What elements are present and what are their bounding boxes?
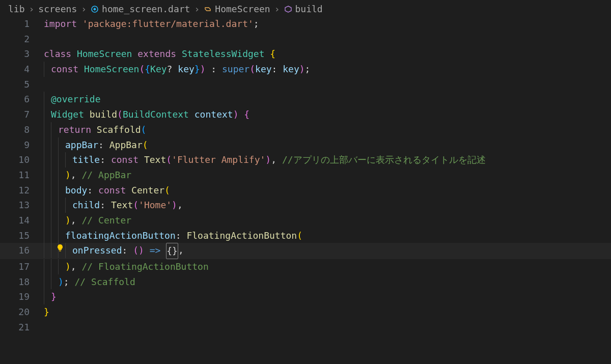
- breadcrumb-item-lib[interactable]: lib: [8, 2, 25, 17]
- code-content: return Scaffold(: [44, 122, 146, 137]
- code-content: child: Text('Home'),: [44, 198, 183, 213]
- line-number: 16: [0, 243, 44, 258]
- code-content: }: [44, 289, 57, 304]
- line-number: 8: [0, 122, 44, 137]
- code-line[interactable]: 15floatingActionButton: FloatingActionBu…: [0, 228, 611, 243]
- line-number: 14: [0, 213, 44, 228]
- breadcrumb: lib › screens › home_screen.dart › HomeS…: [0, 0, 611, 16]
- dart-file-icon: [91, 5, 99, 13]
- code-line[interactable]: 9appBar: AppBar(: [0, 137, 611, 153]
- code-line[interactable]: 10title: const Text('Flutter Amplify'), …: [0, 152, 611, 167]
- line-number: 11: [0, 167, 44, 183]
- code-line[interactable]: 12body: const Center(: [0, 183, 611, 198]
- line-number: 3: [0, 46, 44, 62]
- code-content: title: const Text('Flutter Amplify'), //…: [44, 152, 486, 167]
- code-content: ), // Center: [44, 213, 131, 228]
- line-number: 10: [0, 152, 44, 167]
- code-content: ), // FloatingActionButton: [44, 259, 209, 274]
- code-line[interactable]: 1import 'package:flutter/material.dart';: [0, 16, 611, 32]
- code-content: floatingActionButton: FloatingActionButt…: [44, 228, 302, 243]
- line-number: 15: [0, 228, 44, 243]
- line-number: 2: [0, 32, 44, 47]
- breadcrumb-label: lib: [8, 2, 25, 17]
- lightbulb-icon[interactable]: [56, 244, 64, 252]
- code-line[interactable]: 6@override: [0, 92, 611, 107]
- breadcrumb-item-method[interactable]: build: [284, 2, 323, 17]
- code-content: Widget build(BuildContext context) {: [44, 107, 249, 122]
- line-number: 19: [0, 289, 44, 304]
- code-line[interactable]: 20}: [0, 304, 611, 320]
- code-line[interactable]: 8return Scaffold(: [0, 122, 611, 137]
- code-line[interactable]: 3class HomeScreen extends StatelessWidge…: [0, 46, 611, 62]
- code-content: class HomeScreen extends StatelessWidget…: [44, 46, 275, 62]
- breadcrumb-label: screens: [38, 2, 77, 17]
- line-number: 20: [0, 304, 44, 320]
- code-line[interactable]: 17), // FloatingActionButton: [0, 259, 611, 274]
- line-number: 18: [0, 274, 44, 290]
- code-content: }: [44, 304, 49, 320]
- breadcrumb-label: HomeScreen: [215, 2, 270, 17]
- svg-rect-1: [59, 250, 61, 251]
- breadcrumb-item-screens[interactable]: screens: [38, 2, 77, 17]
- chevron-right-icon: ›: [81, 2, 87, 17]
- chevron-right-icon: ›: [29, 2, 35, 17]
- line-number: 6: [0, 92, 44, 107]
- code-line[interactable]: 5: [0, 77, 611, 92]
- chevron-right-icon: ›: [194, 2, 200, 17]
- code-line[interactable]: 16onPressed: () => {},: [0, 243, 611, 259]
- line-number: 9: [0, 137, 44, 153]
- breadcrumb-label: build: [295, 2, 323, 17]
- code-line[interactable]: 4const HomeScreen({Key? key}) : super(ke…: [0, 62, 611, 77]
- breadcrumb-label: home_screen.dart: [102, 2, 190, 17]
- code-line[interactable]: 19}: [0, 289, 611, 304]
- code-line[interactable]: 21: [0, 320, 611, 335]
- line-number: 12: [0, 183, 44, 198]
- line-number: 4: [0, 62, 44, 77]
- chevron-right-icon: ›: [274, 2, 280, 17]
- line-number: 21: [0, 320, 44, 335]
- code-line[interactable]: 13child: Text('Home'),: [0, 198, 611, 213]
- method-icon: [284, 5, 292, 13]
- code-content: const HomeScreen({Key? key}) : super(key…: [44, 62, 310, 77]
- code-content: appBar: AppBar(: [44, 137, 148, 153]
- code-line[interactable]: 18); // Scaffold: [0, 274, 611, 290]
- code-content: ); // Scaffold: [44, 274, 135, 290]
- code-content: body: const Center(: [44, 183, 170, 198]
- code-editor[interactable]: 1import 'package:flutter/material.dart';…: [0, 16, 611, 334]
- code-content: @override: [44, 92, 101, 107]
- class-icon: [204, 5, 212, 13]
- breadcrumb-item-file[interactable]: home_screen.dart: [91, 2, 190, 17]
- line-number: 5: [0, 77, 44, 92]
- code-line[interactable]: 7Widget build(BuildContext context) {: [0, 107, 611, 122]
- code-content: onPressed: () => {},: [44, 243, 184, 259]
- line-number: 13: [0, 198, 44, 213]
- code-content: ), // AppBar: [44, 167, 131, 183]
- line-number: 7: [0, 107, 44, 122]
- line-number: 17: [0, 259, 44, 274]
- code-line[interactable]: 14), // Center: [0, 213, 611, 228]
- code-content: import 'package:flutter/material.dart';: [44, 16, 259, 32]
- code-line[interactable]: 11), // AppBar: [0, 167, 611, 183]
- code-line[interactable]: 2: [0, 32, 611, 47]
- line-number: 1: [0, 16, 44, 32]
- breadcrumb-item-class[interactable]: HomeScreen: [204, 2, 270, 17]
